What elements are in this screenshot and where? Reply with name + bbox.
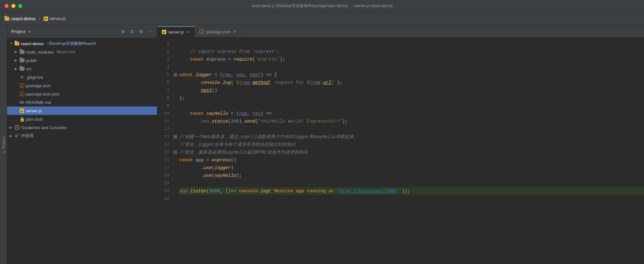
src-triangle: [15, 67, 18, 70]
tab-package-json-icon: {}: [199, 29, 204, 34]
scratches-name: Scratches and Consoles: [21, 125, 67, 130]
package-lock-json-name: package-lock.json: [26, 92, 59, 96]
public-triangle: [15, 59, 18, 62]
tree-item-readme[interactable]: MD README.md: [7, 98, 157, 107]
node-modules-folder-icon: [20, 50, 25, 54]
tree-item-scratches[interactable]: Scratches and Consoles: [7, 123, 157, 132]
breadcrumb-project[interactable]: react-demo: [11, 16, 36, 21]
maximize-button[interactable]: [18, 4, 22, 8]
main-layout: 1: Project Project ▼ ⊕ ⇅ ⚙ − react-demo …: [0, 25, 644, 264]
server-js-name: server.js: [26, 108, 41, 113]
code-content[interactable]: // import express from 'express'; const …: [173, 37, 644, 264]
src-folder-icon: [20, 67, 25, 71]
file-tree: react-demo ~/Desktop/开发案例/ReactA node_mo…: [7, 38, 157, 264]
external-libs-icon: [15, 133, 20, 138]
code-line-16: const app = express(): [179, 156, 644, 164]
tree-item-package-lock-json[interactable]: {} package-lock.json: [7, 90, 157, 98]
yarn-lock-name: yarn.lock: [26, 117, 43, 122]
filter-icon[interactable]: ⇅: [129, 29, 135, 35]
yarn-lock-icon: 🔒: [20, 117, 24, 121]
window-controls: [5, 4, 22, 8]
root-name: react-demo: [21, 41, 44, 46]
code-line-19: [179, 179, 644, 187]
scratches-triangle: [10, 126, 13, 129]
fold-marker-5[interactable]: −: [173, 73, 177, 77]
tree-item-node-modules[interactable]: node_modules library root: [7, 48, 157, 56]
code-line-3: const express = require('express');: [179, 56, 644, 63]
window-title: react-demo [~/Desktop/开发案例/ReactApp/reac…: [252, 3, 392, 9]
project-panel: Project ▼ ⊕ ⇅ ⚙ − react-demo ~/Desktop/开…: [7, 25, 157, 264]
fold-marker-15[interactable]: −: [173, 150, 177, 154]
collapse-icon[interactable]: −: [147, 29, 153, 35]
breadcrumb-file: js server.js: [44, 16, 65, 21]
code-line-20: app.listen(3000, ()=> console.log(`Recei…: [179, 187, 644, 195]
editor-tabs: js server.js ✕ {} package.json ✕: [157, 25, 644, 37]
external-libs-triangle: [10, 134, 13, 137]
readme-name: README.md: [26, 100, 51, 105]
tree-item-public[interactable]: public: [7, 56, 157, 65]
code-line-14: //首先，logger会将与每个请求有关的信息输出到控制台: [179, 141, 644, 148]
node-modules-subtext: library root: [57, 50, 75, 54]
code-line-11: res.status(200).send("<h1>Hello World! E…: [179, 117, 644, 125]
gitignore-name: .gitignore: [26, 75, 43, 80]
tab-package-json-close[interactable]: ✕: [233, 30, 237, 34]
code-line-15: − //然后，服务器会调用sayHello返回HTML信息作为请求的响应: [179, 148, 644, 156]
tab-package-json[interactable]: {} package.json ✕: [195, 26, 242, 37]
package-lock-json-icon: {}: [20, 92, 24, 96]
tree-item-yarn-lock[interactable]: 🔒 yarn.lock: [7, 115, 157, 123]
node-modules-triangle: [15, 50, 18, 54]
js-file-icon: js: [44, 16, 48, 21]
public-folder-icon: [20, 58, 25, 62]
project-panel-label: Project ▼: [11, 29, 117, 34]
code-line-9: [179, 102, 644, 110]
code-line-13: − //创建一个Web服务器，通过.user()函数将两个中间件logger和s…: [179, 133, 644, 141]
code-line-10: const sayHello = (req, res) =>: [179, 110, 644, 117]
tab-server-js-close[interactable]: ✕: [186, 30, 190, 34]
project-folder-icon: [5, 17, 9, 21]
code-line-4: [179, 63, 644, 71]
line-numbers: 1 2 3 4 5 6 7 8 9 10 11 12 13 14 15 16 1…: [157, 37, 173, 264]
src-name: src: [26, 66, 32, 71]
public-name: public: [26, 58, 37, 63]
breadcrumb-separator: ›: [39, 16, 40, 21]
project-dropdown-arrow[interactable]: ▼: [28, 30, 31, 34]
code-editor[interactable]: 1 2 3 4 5 6 7 8 9 10 11 12 13 14 15 16 1…: [157, 37, 644, 264]
side-tab-label: 1: Project: [2, 136, 5, 153]
code-line-21: [179, 195, 644, 203]
tab-package-json-label: package.json: [206, 29, 231, 34]
tree-item-external-libs[interactable]: 外部库: [7, 132, 157, 140]
project-side-tab[interactable]: 1: Project: [0, 25, 7, 264]
minimize-button[interactable]: [11, 4, 16, 8]
tab-server-js[interactable]: js server.js ✕: [157, 26, 195, 37]
root-folder-icon: [15, 42, 19, 46]
breadcrumb-bar: react-demo › js server.js: [0, 12, 644, 25]
tree-item-src[interactable]: src: [7, 65, 157, 73]
tree-item-package-json[interactable]: {} package.json: [7, 81, 157, 90]
root-path: ~/Desktop/开发案例/ReactA: [47, 41, 96, 46]
tree-item-server-js[interactable]: js server.js: [7, 107, 157, 115]
code-line-8: };: [179, 94, 644, 102]
code-line-12: [179, 125, 644, 133]
scratches-icon: [15, 125, 20, 130]
package-json-icon: {}: [20, 83, 24, 88]
readme-icon: MD: [20, 100, 24, 105]
svg-rect-2: [16, 136, 18, 137]
code-line-1: [179, 40, 644, 48]
code-line-5: − const logger = (req, res, next) => {: [179, 71, 644, 79]
settings-icon[interactable]: ⚙: [138, 29, 144, 35]
node-modules-name: node_modules: [26, 50, 54, 55]
tab-server-js-label: server.js: [168, 30, 184, 35]
code-line-17: .use(logger): [179, 164, 644, 172]
root-triangle: [10, 42, 13, 45]
tab-server-js-icon: js: [162, 30, 166, 34]
add-icon[interactable]: ⊕: [120, 29, 126, 35]
package-json-name: package.json: [26, 83, 51, 88]
title-bar: react-demo [~/Desktop/开发案例/ReactApp/reac…: [0, 0, 644, 12]
svg-point-0: [16, 127, 18, 128]
code-line-2: // import express from 'express';: [179, 48, 644, 56]
tree-root[interactable]: react-demo ~/Desktop/开发案例/ReactA: [7, 39, 157, 48]
close-button[interactable]: [5, 4, 9, 8]
tree-item-gitignore[interactable]: ≡ .gitignore: [7, 73, 157, 81]
code-line-6: console.log(`${req.method} request for $…: [179, 79, 644, 86]
fold-marker-13[interactable]: −: [173, 135, 177, 139]
